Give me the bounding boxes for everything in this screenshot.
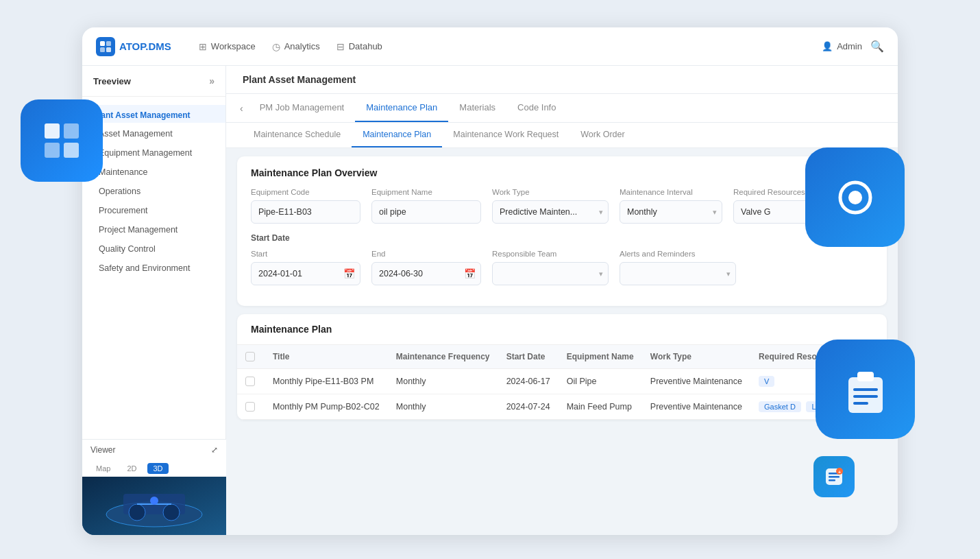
tab-maintenance-plan[interactable]: Maintenance Plan — [355, 94, 448, 122]
brand-text: ATOP.DMS — [119, 40, 171, 52]
sidebar-title: Treeview — [93, 76, 131, 86]
svg-rect-18 — [106, 41, 111, 46]
sidebar-collapse-button[interactable]: » — [209, 75, 215, 86]
workspace-icon: ⊞ — [199, 41, 207, 52]
sidebar-item-operations[interactable]: Operations — [82, 182, 225, 201]
app-icon-topleft — [21, 99, 103, 182]
svg-rect-1 — [64, 123, 79, 139]
responsible-team-select-wrapper — [492, 262, 609, 285]
viewer-expand-icon[interactable]: ⤢ — [211, 445, 218, 455]
brand-icon — [96, 37, 115, 56]
alerts-reminders-select[interactable] — [620, 262, 736, 285]
end-date-calendar-icon[interactable]: 📅 — [464, 268, 476, 279]
sidebar-section: Plant Asset Management Asset Management … — [82, 97, 225, 286]
end-date-label: End — [371, 250, 481, 258]
row2-checkbox-cell — [237, 394, 265, 420]
nav-items: ⊞ Workspace ◷ Analytics ⊟ Datahub — [199, 41, 382, 52]
equipment-code-group: Equipment Code — [251, 188, 360, 224]
row1-resource-tag-1: V — [759, 376, 774, 387]
datahub-icon: ⊟ — [336, 41, 345, 52]
viewer-header: Viewer ⤢ — [82, 440, 226, 460]
equipment-name-group: Equipment Name — [371, 188, 481, 224]
start-date-calendar-icon[interactable]: 📅 — [343, 268, 355, 279]
row2-title: Monthly PM Pump-B02-C02 — [265, 394, 388, 420]
search-icon[interactable]: 🔍 — [870, 40, 884, 53]
tab-materials[interactable]: Materials — [448, 94, 506, 122]
app-icon-notify[interactable]: + — [813, 456, 855, 497]
sub-tab-maintenance-schedule[interactable]: Maintenance Schedule — [243, 123, 352, 147]
row1-checkbox-cell — [237, 369, 265, 394]
sub-tab-maintenance-plan[interactable]: Maintenance Plan — [352, 123, 442, 147]
sub-tab-work-order[interactable]: Work Order — [569, 123, 635, 147]
maintenance-interval-select[interactable]: Monthly — [620, 200, 722, 224]
viewer-tab-2d[interactable]: 2D — [121, 463, 142, 474]
equipment-name-input[interactable] — [371, 200, 481, 224]
svg-rect-0 — [45, 123, 60, 139]
tab-pm-job[interactable]: PM Job Management — [249, 94, 356, 122]
admin-button[interactable]: 👤 Admin — [822, 41, 862, 51]
row1-start-date: 2024-06-17 — [498, 369, 559, 394]
sidebar-item-project-management[interactable]: Project Management — [82, 220, 225, 239]
svg-rect-2 — [45, 143, 60, 158]
start-date-group: Start 📅 — [251, 250, 360, 285]
select-all-checkbox[interactable] — [245, 352, 255, 361]
start-date-label: Start — [251, 250, 360, 258]
equipment-code-input[interactable] — [251, 200, 360, 224]
sidebar-item-quality-control[interactable]: Quality Control — [82, 239, 225, 259]
maintenance-plan-table-area: Maintenance Plan Title Maintenance Frequ… — [237, 314, 887, 420]
row2-checkbox[interactable] — [245, 402, 255, 412]
nav-workspace[interactable]: ⊞ Workspace — [199, 41, 256, 52]
analytics-icon: ◷ — [272, 41, 280, 52]
svg-rect-17 — [100, 41, 105, 46]
work-type-label: Work Type — [492, 188, 609, 196]
col-title: Title — [265, 345, 388, 369]
work-type-select[interactable]: Predictive Mainten... — [492, 200, 609, 224]
row2-equipment-name: Main Feed Pump — [559, 394, 642, 420]
row2-start-date: 2024-07-24 — [498, 394, 559, 420]
maintenance-interval-select-wrapper: Monthly — [620, 200, 722, 224]
sidebar-group-title: Plant Asset Management — [82, 105, 225, 123]
sub-tab-maintenance-work-request[interactable]: Maintenance Work Request — [442, 123, 569, 147]
start-date-input-wrapper: 📅 — [251, 262, 360, 285]
equipment-code-label: Equipment Code — [251, 188, 360, 196]
brand: ATOP.DMS — [96, 37, 171, 56]
col-frequency: Maintenance Frequency — [388, 345, 498, 369]
svg-point-27 — [150, 497, 158, 505]
form-row-2: Start Date Start 📅 — [251, 233, 873, 285]
viewer-tab-3d[interactable]: 3D — [147, 463, 168, 474]
row1-checkbox[interactable] — [245, 377, 255, 386]
tab-back-button[interactable]: ‹ — [234, 95, 249, 122]
equipment-name-label: Equipment Name — [371, 188, 481, 196]
navbar-right: 👤 Admin 🔍 — [822, 40, 884, 53]
main-content: Plant Asset Management ‹ PM Job Manageme… — [226, 66, 898, 535]
end-date-group: End 📅 — [371, 250, 481, 285]
nav-analytics-label: Analytics — [284, 41, 320, 51]
form-title: Maintenance Plan Overview — [251, 167, 873, 178]
admin-label: Admin — [837, 41, 862, 51]
app-icon-eye — [805, 147, 905, 247]
svg-rect-10 — [853, 402, 868, 405]
nav-analytics[interactable]: ◷ Analytics — [272, 41, 320, 52]
col-checkbox — [237, 345, 265, 369]
nav-datahub[interactable]: ⊟ Datahub — [336, 41, 382, 52]
sidebar-item-asset-management[interactable]: Asset Management — [82, 124, 225, 143]
sidebar-item-equipment-management[interactable]: Equipment Management — [82, 143, 225, 163]
sidebar-item-maintenance[interactable]: Maintenance — [82, 163, 225, 182]
sidebar-item-safety-environment[interactable]: Safety and Environment — [82, 259, 225, 278]
app-icon-clipboard — [816, 340, 915, 439]
sidebar: Treeview » Plant Asset Management Asset … — [82, 66, 226, 535]
svg-point-25 — [163, 504, 180, 521]
responsible-team-select[interactable] — [492, 262, 609, 285]
viewer-tab-map[interactable]: Map — [90, 463, 116, 474]
content-area: Treeview » Plant Asset Management Asset … — [82, 66, 898, 535]
tab-bar: ‹ PM Job Management Maintenance Plan Mat… — [226, 94, 898, 123]
svg-rect-13 — [829, 476, 840, 478]
sidebar-item-procurement[interactable]: Procurement — [82, 201, 225, 220]
date-section-title: Start Date — [251, 233, 873, 243]
svg-rect-14 — [829, 479, 835, 481]
navbar: ATOP.DMS ⊞ Workspace ◷ Analytics ⊟ Datah… — [82, 27, 898, 66]
row2-frequency: Monthly — [388, 394, 498, 420]
svg-text:+: + — [838, 470, 841, 475]
viewer-section: Viewer ⤢ Map 2D 3D — [82, 439, 226, 535]
tab-code-info[interactable]: Code Info — [506, 94, 567, 122]
